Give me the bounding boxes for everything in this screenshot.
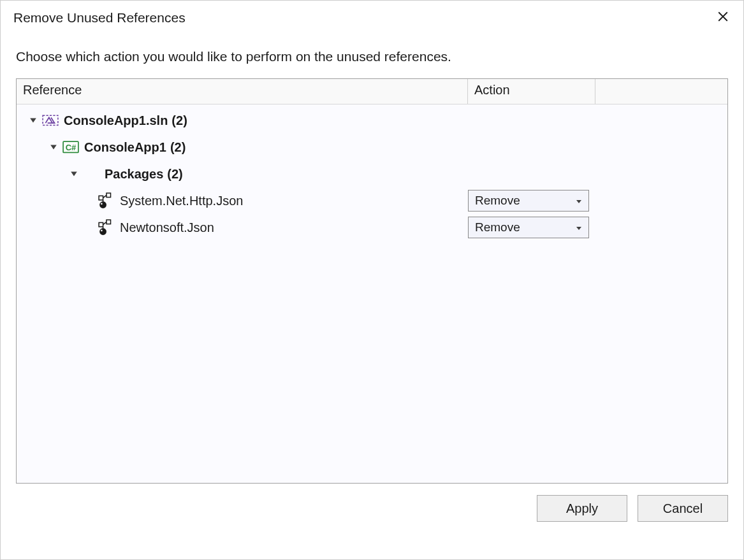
chevron-down-icon [576, 194, 582, 208]
column-header-reference[interactable]: Reference [17, 79, 468, 104]
package-icon [98, 193, 115, 208]
dialog-instruction: Choose which action you would like to pe… [1, 31, 743, 78]
dialog-title: Remove Unused References [13, 10, 710, 25]
svg-rect-3 [106, 193, 111, 197]
chevron-down-icon [576, 220, 582, 234]
blank-icon [83, 166, 99, 182]
svg-point-10 [101, 230, 103, 232]
dialog-button-bar: Apply Cancel [1, 484, 743, 535]
packages-group-count: (2) [167, 167, 182, 182]
action-dropdown[interactable]: Remove [468, 217, 589, 238]
remove-unused-references-dialog: Remove Unused References Choose which ac… [0, 0, 744, 560]
grid-header: Reference Action [17, 79, 727, 104]
references-grid: Reference Action ConsoleApp1. [16, 78, 728, 484]
tree-row-package[interactable]: Newtonsoft.Json Remove [17, 214, 727, 241]
svg-rect-4 [99, 196, 103, 200]
solution-name: ConsoleApp1.sln [64, 113, 168, 128]
csharp-project-icon: C# [62, 140, 79, 155]
action-dropdown-value: Remove [475, 220, 520, 234]
action-dropdown[interactable]: Remove [468, 190, 589, 212]
project-count: (2) [170, 140, 186, 155]
action-dropdown-value: Remove [475, 194, 520, 208]
svg-point-5 [99, 201, 106, 208]
project-name: ConsoleApp1 [84, 140, 166, 155]
svg-rect-7 [106, 220, 111, 224]
packages-group-name: Packages [105, 167, 163, 182]
expander-icon[interactable] [28, 115, 38, 126]
package-name: System.Net.Http.Json [120, 194, 243, 208]
dialog-titlebar: Remove Unused References [1, 1, 743, 31]
column-header-spacer [595, 79, 727, 104]
package-icon [98, 220, 115, 235]
svg-point-9 [99, 228, 106, 235]
solution-icon [42, 113, 59, 128]
apply-button[interactable]: Apply [537, 495, 627, 522]
svg-rect-8 [99, 222, 103, 227]
close-button[interactable] [710, 5, 736, 31]
references-tree: ConsoleApp1.sln (2) C# [17, 104, 727, 483]
expander-icon[interactable] [48, 142, 59, 152]
close-icon [717, 11, 729, 25]
tree-row-packages-group[interactable]: Packages (2) [17, 161, 727, 187]
tree-row-package[interactable]: System.Net.Http.Json Remove [17, 187, 727, 214]
svg-text:C#: C# [66, 143, 77, 152]
column-header-action[interactable]: Action [468, 79, 595, 104]
svg-point-6 [101, 203, 103, 205]
cancel-button[interactable]: Cancel [638, 495, 728, 522]
expander-icon[interactable] [69, 169, 79, 179]
package-name: Newtonsoft.Json [120, 220, 214, 235]
solution-count: (2) [171, 113, 187, 128]
tree-row-solution[interactable]: ConsoleApp1.sln (2) [17, 107, 727, 134]
tree-row-project[interactable]: C# ConsoleApp1 (2) [17, 134, 727, 161]
